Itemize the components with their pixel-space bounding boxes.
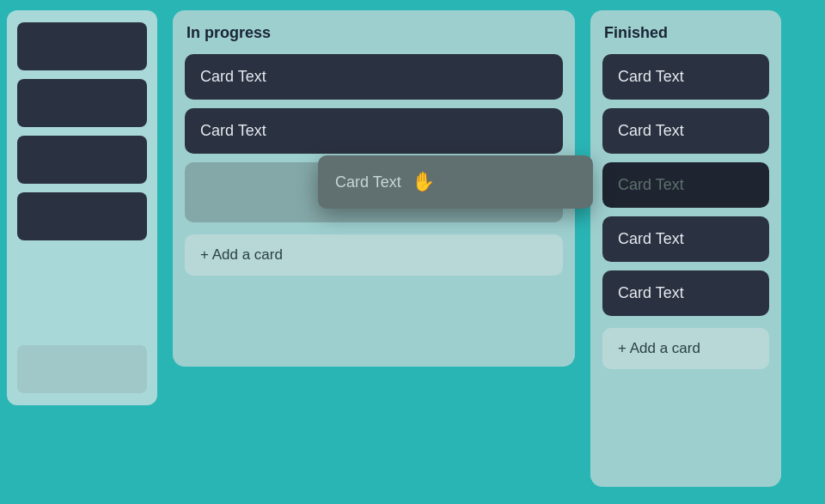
drag-cursor-icon: ✋ <box>412 171 435 193</box>
card-dragging-text: Card Text <box>335 173 401 191</box>
card-drop-target-text: Card Text <box>618 176 684 193</box>
add-card-finished-btn[interactable]: + Add a card <box>602 328 769 369</box>
card-in-progress-1[interactable]: Card Text <box>185 54 563 100</box>
column-left-partial <box>7 10 157 405</box>
card-in-progress-2-text: Card Text <box>200 122 266 139</box>
card-finished-1-text: Card Text <box>618 68 684 85</box>
card-drop-target: Card Text <box>602 162 769 208</box>
add-card-finished-label: + Add a card <box>618 340 700 357</box>
card-finished-4-text: Card Text <box>618 230 684 247</box>
card-stub-2 <box>17 79 147 127</box>
add-card-in-progress-label: + Add a card <box>200 246 283 264</box>
card-finished-2[interactable]: Card Text <box>602 108 769 154</box>
card-finished-5[interactable]: Card Text <box>602 270 769 316</box>
card-stub-3 <box>17 136 147 184</box>
card-in-progress-1-text: Card Text <box>200 68 266 85</box>
card-stub-4 <box>17 192 147 240</box>
card-finished-1[interactable]: Card Text <box>602 54 769 100</box>
column-in-progress-title: In progress <box>185 24 563 42</box>
card-finished-4[interactable]: Card Text <box>602 216 769 262</box>
column-finished: Finished Card Text Card Text Card Text C… <box>590 10 781 487</box>
card-stub-1 <box>17 22 147 70</box>
card-in-progress-2[interactable]: Card Text <box>185 108 563 154</box>
card-drag-area: Card Text ✋ <box>185 162 563 222</box>
kanban-board: In progress Card Text Card Text Card Tex… <box>0 0 825 504</box>
card-stub-sm <box>17 345 147 393</box>
card-finished-2-text: Card Text <box>618 122 684 139</box>
add-card-in-progress-btn[interactable]: + Add a card <box>185 234 563 276</box>
card-finished-5-text: Card Text <box>618 284 684 301</box>
column-in-progress: In progress Card Text Card Text Card Tex… <box>173 10 575 367</box>
column-finished-title: Finished <box>602 24 769 42</box>
card-dragging: Card Text ✋ <box>318 155 593 209</box>
